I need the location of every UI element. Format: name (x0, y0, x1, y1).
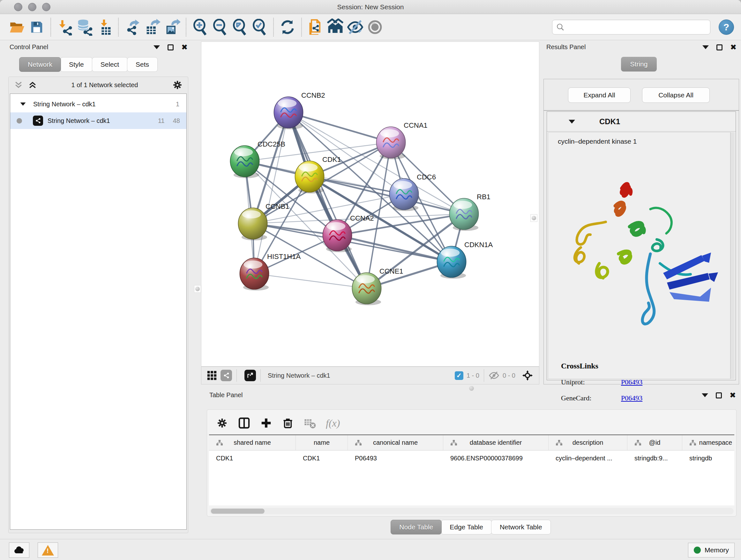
node-HIST1H1A[interactable]: HIST1H1A (240, 253, 300, 291)
network-graph[interactable]: CCNB2CCNA1CDC25BCDK1CDC6RB1CCNB1CCNA2CDK… (201, 42, 539, 366)
column-header-description[interactable]: description (549, 435, 627, 450)
network-canvas[interactable]: CCNB2CCNA1CDC25BCDK1CDC6RB1CCNB1CCNA2CDK… (201, 42, 539, 367)
expand-all-icon[interactable] (28, 80, 37, 90)
search-input[interactable] (568, 23, 706, 31)
open-session-button[interactable] (7, 17, 27, 37)
column-header-name[interactable]: name (296, 435, 348, 450)
tab-sets[interactable]: Sets (127, 57, 158, 72)
table-cell[interactable]: 9606.ENSP00000378699 (443, 450, 549, 466)
export-image-button[interactable] (162, 17, 182, 37)
panel-menu-icon[interactable] (702, 45, 709, 49)
clone-network-button[interactable] (306, 17, 326, 37)
edge-CCNB2-CCNA1[interactable] (288, 112, 391, 142)
tab-network-table[interactable]: Network Table (491, 520, 551, 535)
panel-menu-icon[interactable] (702, 393, 708, 397)
column-header-canonical-name[interactable]: canonical name (348, 435, 443, 450)
expand-all-button[interactable]: Expand All (568, 87, 630, 103)
cloud-button[interactable] (9, 543, 29, 558)
delete-column-trash-icon[interactable] (282, 417, 294, 429)
function-builder-icon[interactable]: f(x) (326, 417, 340, 429)
show-hidden-button[interactable] (365, 17, 385, 37)
tab-network[interactable]: Network (19, 57, 61, 72)
right-splitter-handle[interactable] (530, 214, 537, 222)
table-hscrollbar[interactable] (210, 508, 734, 514)
zoom-fit-button[interactable] (230, 17, 250, 37)
column-header-database-identifier[interactable]: database identifier (443, 435, 549, 450)
table-row[interactable]: CDK1CDK1P064939606.ENSP00000378699cyclin… (209, 450, 734, 466)
crosslink-link[interactable]: P06493 (621, 378, 643, 386)
birdseye-grid-icon[interactable] (206, 370, 217, 381)
table-cell[interactable]: stringdb:9... (627, 450, 682, 466)
network-share-icon[interactable] (220, 370, 232, 381)
edge-CCNB2-CCNE1[interactable] (288, 112, 367, 288)
collapse-all-button[interactable]: Collapse All (642, 87, 710, 103)
tab-style[interactable]: Style (60, 57, 92, 72)
delete-table-icon[interactable] (304, 417, 316, 429)
close-panel-icon[interactable]: ✖ (730, 392, 736, 398)
add-column-icon[interactable] (260, 417, 272, 429)
node-CDK1[interactable]: CDK1 (295, 155, 341, 193)
import-network-file-button[interactable] (55, 17, 75, 37)
column-header-shared-name[interactable]: shared name (209, 435, 296, 450)
edge-HIST1H1A-CCNE1[interactable] (254, 273, 367, 288)
collection-expand-icon[interactable] (20, 103, 26, 106)
zoom-selected-button[interactable] (250, 17, 269, 37)
save-session-button[interactable] (27, 17, 47, 37)
table-panel: Table Panel ✖ (201, 386, 741, 536)
float-panel-icon[interactable] (167, 44, 174, 51)
hide-selected-button[interactable] (345, 17, 365, 37)
float-panel-icon[interactable] (716, 392, 722, 398)
table-cell[interactable]: cyclin–dependent ... (549, 450, 627, 466)
table-cell[interactable]: P06493 (348, 450, 443, 466)
zoom-in-button[interactable] (190, 17, 210, 37)
column-header-namespace[interactable]: namespace (682, 435, 734, 450)
column-header-@id[interactable]: @id (627, 435, 682, 450)
left-splitter-handle[interactable] (194, 285, 201, 293)
float-panel-icon[interactable] (717, 44, 723, 51)
show-all-networks-button[interactable] (326, 17, 345, 37)
panel-menu-icon[interactable] (153, 45, 160, 49)
node-CDC25B[interactable]: CDC25B (230, 140, 285, 178)
help-button[interactable]: ? (719, 19, 734, 35)
hidden-eye-slash-icon[interactable] (488, 370, 499, 381)
node-CDKN1A[interactable]: CDKN1A (437, 241, 493, 279)
node-CCNB1[interactable]: CCNB1 (238, 202, 289, 240)
edge-CCNB2-HIST1H1A[interactable] (254, 112, 288, 273)
network-row-selected[interactable]: String Network – cdk1 11 48 (10, 112, 186, 129)
fit-selected-crosshair-icon[interactable] (521, 369, 534, 382)
collapse-all-icon[interactable] (14, 80, 23, 90)
close-panel-icon[interactable]: ✖ (730, 44, 737, 51)
protein-description: cyclin–dependent kinase 1 (558, 138, 637, 145)
import-network-database-button[interactable] (75, 17, 94, 37)
edge-CCNA2-CDKN1A[interactable] (337, 235, 452, 262)
tab-select[interactable]: Select (92, 57, 128, 72)
node-CCNB2[interactable]: CCNB2 (274, 91, 325, 129)
section-collapse-icon[interactable] (569, 120, 575, 124)
memory-button[interactable]: Memory (688, 543, 735, 557)
export-table-button[interactable] (142, 17, 162, 37)
table-settings-gear-icon[interactable] (216, 417, 228, 429)
table-cell[interactable]: CDK1 (209, 450, 296, 466)
apply-layout-button[interactable] (278, 17, 297, 37)
cdk1-section-header[interactable]: CDK1 (547, 112, 736, 132)
tab-edge-table[interactable]: Edge Table (441, 520, 492, 535)
warnings-button[interactable] (38, 543, 58, 558)
tab-string[interactable]: String (621, 57, 657, 71)
show-columns-icon[interactable] (238, 417, 251, 429)
export-network-button[interactable] (123, 17, 142, 37)
cdk1-section-body: cyclin–dependent kinase 1 (548, 132, 731, 379)
selected-checkbox-icon[interactable]: ✓ (455, 371, 463, 380)
table-hscrollbar-thumb[interactable] (211, 509, 265, 514)
open-in-window-icon[interactable] (245, 370, 256, 381)
zoom-out-button[interactable] (210, 17, 230, 37)
close-panel-icon[interactable]: ✖ (181, 44, 188, 51)
results-scrollbar[interactable] (731, 132, 735, 379)
tab-node-table[interactable]: Node Table (391, 520, 442, 535)
network-collection-row[interactable]: String Network – cdk1 1 (10, 96, 186, 112)
table-cell[interactable]: stringdb (682, 450, 734, 466)
node-RB1[interactable]: RB1 (449, 193, 490, 231)
table-cell[interactable]: CDK1 (296, 450, 348, 466)
import-table-button[interactable] (94, 17, 114, 37)
gear-icon[interactable] (172, 79, 183, 90)
node-table[interactable]: shared namenamecanonical namedatabase id… (209, 435, 734, 505)
